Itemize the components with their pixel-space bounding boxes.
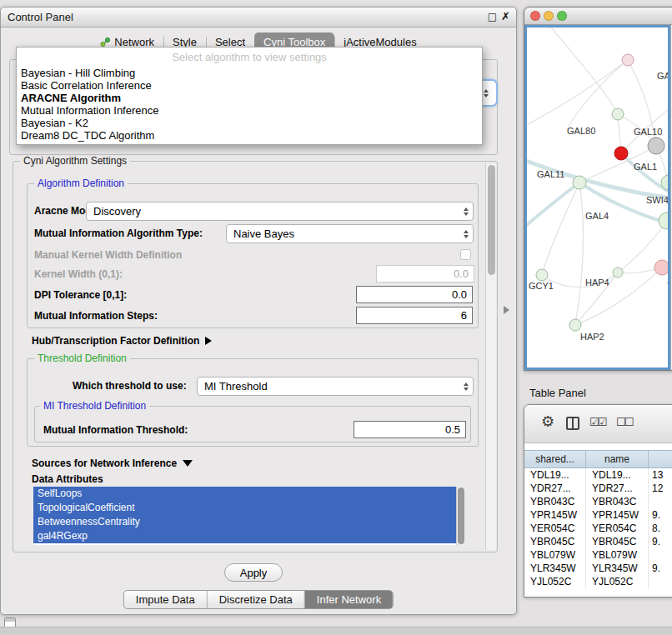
panel-divider-arrow[interactable] [504, 306, 509, 314]
table-row[interactable]: YDL19...YDL19...13 [524, 468, 672, 482]
table-row[interactable]: YBR045CYBR045C9. [524, 535, 672, 548]
table-cell[interactable]: 9. [649, 508, 672, 522]
algorithm-option-basic-correlation-inference[interactable]: Basic Correlation Inference [17, 79, 482, 92]
algorithm-option-dream8-dc-tdc-algorithm[interactable]: Dream8 DC_TDC Algorithm [17, 129, 482, 142]
table-row[interactable]: YDR27...YDR27...12 [524, 482, 672, 495]
attributes-scrollbar[interactable] [456, 487, 465, 545]
table-row[interactable]: YLR345WYLR345W9. [524, 562, 672, 575]
network-node[interactable] [659, 212, 669, 229]
mi-threshold-value: 0.5 [445, 423, 460, 436]
table-row[interactable]: YJL052CYJL052C [524, 575, 672, 588]
attribute-item-selfloops[interactable]: SelfLoops [33, 487, 456, 501]
table-cell[interactable]: 12 [649, 482, 672, 495]
table-cell[interactable]: YLR345W [524, 562, 586, 575]
minimize-button[interactable] [544, 11, 554, 21]
table-cell[interactable]: 9. [649, 562, 672, 575]
attributes-scrollbar-thumb[interactable] [458, 488, 464, 544]
combo-arrows-icon [464, 382, 469, 391]
table-cell[interactable]: YER054C [524, 522, 586, 535]
table-cell[interactable] [649, 495, 672, 508]
bottom-tab-impute-data[interactable]: Impute Data [124, 591, 207, 608]
table-header-cell[interactable]: name [586, 451, 649, 468]
sources-toggle[interactable]: Sources for Network Inference [32, 458, 193, 469]
table-cell[interactable]: 9. [649, 535, 672, 548]
table-cell[interactable]: YBL079W [586, 548, 649, 562]
table-header-cell[interactable]: shared... [524, 451, 586, 468]
combo-arrows-icon [484, 89, 489, 98]
deselect-all-icon[interactable]: ☐☐ [616, 416, 632, 428]
hub-definition-toggle[interactable]: Hub/Transcription Factor Definition [32, 335, 212, 347]
mi-threshold-field[interactable]: 0.5 [354, 421, 466, 438]
table-cell[interactable] [649, 575, 672, 588]
bottom-tab-discretize-data[interactable]: Discretize Data [207, 591, 304, 608]
table-cell[interactable]: YBR045C [524, 535, 586, 548]
settings-scrollbar-thumb[interactable] [488, 165, 495, 275]
manual-kernel-checkbox[interactable] [460, 249, 471, 260]
table-cell[interactable]: YBR043C [586, 495, 649, 508]
network-edge[interactable] [575, 182, 583, 325]
select-all-icon[interactable]: ☑☑ [589, 416, 605, 428]
mi-type-combo[interactable]: Naive Bayes [226, 224, 474, 243]
table-cell[interactable]: YJL052C [524, 575, 586, 588]
algorithm-option-aracne-algorithm[interactable]: ARACNE Algorithm [17, 92, 482, 104]
settings-scrollbar[interactable] [485, 163, 496, 550]
algorithm-option-bayesian-hill-climbing[interactable]: Bayesian - Hill Climbing [17, 67, 482, 79]
table-row[interactable]: YBR043CYBR043C [524, 495, 672, 508]
network-node[interactable] [614, 147, 628, 160]
network-node[interactable] [648, 138, 664, 154]
mi-threshold-row: Mutual Information Threshold: 0.5 [35, 421, 470, 439]
network-canvas[interactable]: GAL80GAL7GAL10GAL11GAL1SWI4GAL4GCY1HAP4H… [524, 25, 670, 370]
attribute-item-topologicalcoefficient[interactable]: TopologicalCoefficient [33, 501, 456, 515]
network-node[interactable] [569, 319, 581, 331]
algorithm-option-bayesian-k2[interactable]: Bayesian - K2 [17, 117, 482, 129]
table-cell[interactable]: YPR145W [524, 508, 586, 522]
network-edge[interactable] [527, 182, 579, 229]
table-cell[interactable]: YLR345W [586, 562, 649, 575]
attribute-item-betweennesscentrality[interactable]: BetweennessCentrality [33, 515, 456, 529]
table-cell[interactable]: YBL079W [524, 548, 586, 562]
table-cell[interactable]: YDR27... [586, 482, 649, 495]
kernel-width-value: 0.0 [454, 268, 469, 280]
network-node[interactable] [573, 176, 586, 189]
apply-button[interactable]: Apply [224, 563, 283, 582]
columns-icon[interactable] [566, 417, 579, 430]
table-cell[interactable]: YDL19... [586, 468, 649, 482]
attribute-item-gal4rgexp[interactable]: gal4RGexp [33, 529, 456, 543]
network-node[interactable] [536, 269, 548, 281]
aracne-mode-combo[interactable]: Discovery [86, 202, 474, 221]
settings-gear-icon[interactable]: ⚙ [541, 412, 554, 430]
close-icon[interactable]: ✗ [501, 10, 510, 22]
kernel-width-field[interactable]: 0.0 [376, 265, 474, 282]
table-cell[interactable]: YPR145W [586, 508, 649, 522]
network-edge[interactable] [549, 28, 618, 114]
float-window-icon[interactable]: □ [488, 11, 497, 22]
network-node[interactable] [613, 268, 623, 278]
dpi-tolerance-field[interactable]: 0.0 [356, 286, 473, 303]
table-cell[interactable]: YBR043C [524, 495, 586, 508]
network-node[interactable] [622, 54, 634, 66]
which-threshold-combo[interactable]: MI Threshold [197, 377, 474, 396]
table-cell[interactable] [649, 548, 672, 562]
mi-steps-field[interactable]: 6 [356, 307, 473, 324]
table-row[interactable]: YBL079WYBL079W [524, 548, 672, 562]
table-cell[interactable]: YDR27... [524, 482, 586, 495]
network-node[interactable] [612, 108, 624, 120]
data-attributes-list: SelfLoopsTopologicalCoefficientBetweenne… [33, 487, 465, 545]
table-row[interactable]: YER054CYER054C8. [524, 522, 672, 535]
network-window-titlebar[interactable] [524, 8, 672, 25]
close-button[interactable] [530, 11, 540, 21]
table-header-cell[interactable] [649, 451, 672, 468]
table-cell[interactable]: 13 [649, 468, 672, 482]
bottom-tab-infer-network[interactable]: Infer Network [304, 591, 393, 608]
control-panel-titlebar[interactable]: Control Panel □ ✗ [1, 8, 516, 28]
table-cell[interactable]: 8. [649, 522, 672, 535]
zoom-button[interactable] [557, 11, 567, 21]
node-label: GCY1 [529, 281, 554, 291]
network-node[interactable] [654, 260, 669, 275]
algorithm-option-mutual-information-inference[interactable]: Mutual Information Inference [17, 104, 482, 117]
table-cell[interactable]: YJL052C [586, 575, 649, 588]
table-cell[interactable]: YER054C [586, 522, 649, 535]
table-cell[interactable]: YDL19... [524, 468, 586, 482]
table-cell[interactable]: YBR045C [586, 535, 649, 548]
table-row[interactable]: YPR145WYPR145W9. [524, 508, 672, 522]
